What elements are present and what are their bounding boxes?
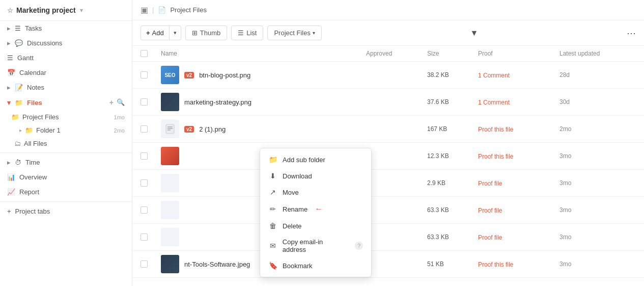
- add-label: Add: [152, 29, 164, 37]
- sidebar-nav-item-project-tabs[interactable]: + Project tabs: [0, 204, 132, 219]
- project-header[interactable]: ☆ Marketing project ▾: [0, 0, 132, 21]
- table-row[interactable]: 2.9 KB Proof file 3mo: [132, 170, 644, 197]
- cell-size: 51 KB: [427, 261, 478, 268]
- panel-toggle-icon[interactable]: ▣: [141, 5, 148, 15]
- expand-icon: ▸: [7, 159, 11, 166]
- notes-icon: 📝: [15, 84, 23, 91]
- report-icon: 📈: [7, 188, 15, 196]
- table-row[interactable]: 63.3 KB Proof file 3mo: [132, 224, 644, 251]
- cell-updated: 3mo: [559, 179, 636, 187]
- header-name: Name: [161, 50, 366, 57]
- context-menu-item-rename[interactable]: ✏ Rename ←: [260, 200, 371, 218]
- grid-icon: ⊞: [192, 29, 198, 37]
- sidebar-nav-item-notes[interactable]: ▸ 📝 Notes: [0, 80, 132, 95]
- cell-proof[interactable]: Proof file: [478, 206, 559, 214]
- cell-updated: 30d: [559, 98, 636, 106]
- expand-icon: ▸: [7, 39, 11, 47]
- add-dropdown-button[interactable]: ▾: [170, 27, 181, 39]
- context-menu-item-download[interactable]: ⬇ Download: [260, 168, 371, 184]
- row-checkbox[interactable]: [141, 98, 161, 106]
- cell-proof[interactable]: Proof file: [478, 233, 559, 241]
- table-row[interactable]: marketing-strategy.png 37.6 KB 1 Comment…: [132, 89, 644, 116]
- filter-button[interactable]: ▼: [470, 29, 479, 38]
- table-row[interactable]: SEO v2 btn-blog-post.png 38.2 KB 1 Comme…: [132, 62, 644, 89]
- header-checkbox[interactable]: [141, 50, 161, 57]
- more-options-button[interactable]: ⋯: [627, 28, 636, 39]
- svg-rect-0: [166, 124, 174, 134]
- expand-icon: ▾: [7, 99, 11, 107]
- sidebar-nav-item-files[interactable]: ▾ 📁 Files + 🔍: [0, 95, 132, 110]
- time-icon: ⏱: [15, 159, 21, 166]
- context-menu-item-delete[interactable]: 🗑 Delete: [260, 218, 371, 234]
- delete-icon: 🗑: [268, 222, 277, 230]
- thumb-view-button[interactable]: ⊞ Thumb: [185, 25, 227, 40]
- plus-icon: +: [7, 207, 11, 215]
- cell-proof[interactable]: Proof this file: [478, 125, 559, 133]
- context-menu-item-move[interactable]: ↗ Move: [260, 184, 371, 200]
- row-checkbox[interactable]: [141, 71, 161, 79]
- row-checkbox[interactable]: [141, 179, 161, 187]
- search-folder-icon[interactable]: 🔍: [117, 98, 125, 107]
- page-title: Project Files: [170, 6, 207, 14]
- row-checkbox[interactable]: [141, 233, 161, 241]
- sidebar-folder1[interactable]: ▸ 📁 Folder 1 2mo: [0, 124, 132, 137]
- header-approved: Approved: [366, 50, 427, 57]
- sidebar-nav-item-gantt[interactable]: ☰ Gantt: [0, 50, 132, 65]
- table-row[interactable]: 12.3 KB Proof this file 3mo: [132, 143, 644, 170]
- table-row[interactable]: nt-Tools-Software.jpeg 51 KB Proof this …: [132, 251, 644, 278]
- list-view-button[interactable]: ☰ List: [231, 25, 263, 40]
- sidebar-item-label: Gantt: [17, 54, 34, 62]
- row-checkbox[interactable]: [141, 206, 161, 214]
- context-menu-item-copy-email[interactable]: ✉ Copy email-in address ?: [260, 234, 371, 257]
- gantt-icon: ☰: [7, 54, 13, 62]
- header-size: Size: [427, 50, 478, 57]
- sidebar-item-label: Report: [19, 188, 39, 196]
- tasks-icon: ☰: [15, 24, 21, 32]
- row-checkbox[interactable]: [141, 152, 161, 160]
- menu-item-label: Move: [283, 189, 299, 196]
- table-row[interactable]: 63.3 KB Proof file 3mo: [132, 197, 644, 224]
- cell-updated: 2mo: [559, 125, 636, 133]
- sidebar-item-label: Project tabs: [15, 207, 50, 215]
- cell-proof[interactable]: Proof file: [478, 179, 559, 187]
- add-subfolder-icon: 📁: [268, 155, 277, 164]
- file-thumbnail: [161, 228, 179, 246]
- row-checkbox[interactable]: [141, 125, 161, 133]
- add-folder-icon[interactable]: +: [109, 98, 114, 107]
- cell-proof[interactable]: Proof this file: [478, 261, 559, 268]
- list-icon: ☰: [238, 29, 244, 37]
- folder-breadcrumb[interactable]: Project Files ▾: [267, 25, 322, 40]
- main-header: ▣ | 📄 Project Files: [132, 0, 644, 20]
- sidebar-nav-item-overview[interactable]: 📊 Overview: [0, 170, 132, 185]
- context-menu-item-bookmark[interactable]: 🔖 Bookmark: [260, 257, 371, 274]
- menu-item-label: Copy email-in address: [283, 238, 348, 253]
- cell-updated: 3mo: [559, 261, 636, 268]
- cell-updated: 28d: [559, 71, 636, 79]
- context-menu-item-add-sub-folder[interactable]: 📁 Add sub folder: [260, 151, 371, 168]
- file-thumbnail: [161, 255, 179, 273]
- sidebar-nav-item-report[interactable]: 📈 Report: [0, 185, 132, 199]
- file-thumbnail: [161, 201, 179, 219]
- page-icon: 📄: [158, 6, 166, 14]
- calendar-icon: 📅: [7, 69, 15, 76]
- cell-proof[interactable]: 1 Comment: [478, 98, 559, 106]
- header-latest-updated: Latest updated: [559, 50, 636, 57]
- add-button-group[interactable]: + Add ▾: [141, 25, 181, 40]
- row-checkbox[interactable]: [141, 261, 161, 268]
- sidebar-project-files-folder[interactable]: 📁 Project Files 1mo: [0, 110, 132, 124]
- sidebar-nav-item-time[interactable]: ▸ ⏱ Time: [0, 155, 132, 170]
- table-row[interactable]: v2 2 (1).png 167 KB Proof this file 2mo: [132, 116, 644, 143]
- file-table: Name Approved Size Proof Latest updated …: [132, 46, 644, 286]
- sidebar-nav-item-discussions[interactable]: ▸ 💬 Discussions: [0, 36, 132, 50]
- sidebar-nav-item-calendar[interactable]: 📅 Calendar: [0, 65, 132, 80]
- sidebar-all-files[interactable]: 🗂 All Files: [0, 137, 132, 150]
- sidebar-item-label: Discussions: [27, 39, 62, 47]
- cell-proof[interactable]: 1 Comment: [478, 71, 559, 79]
- file-name: 2 (1).png: [199, 125, 226, 133]
- cell-proof[interactable]: Proof this file: [478, 152, 559, 160]
- menu-item-label: Download: [283, 172, 312, 180]
- add-main-button[interactable]: + Add: [141, 26, 170, 40]
- toolbar: + Add ▾ ⊞ Thumb ☰ List Project Files ▾ ▼…: [132, 20, 644, 46]
- sidebar-nav-item-tasks[interactable]: ▸ ☰ Tasks: [0, 21, 132, 36]
- project-name: Marketing project: [16, 6, 76, 14]
